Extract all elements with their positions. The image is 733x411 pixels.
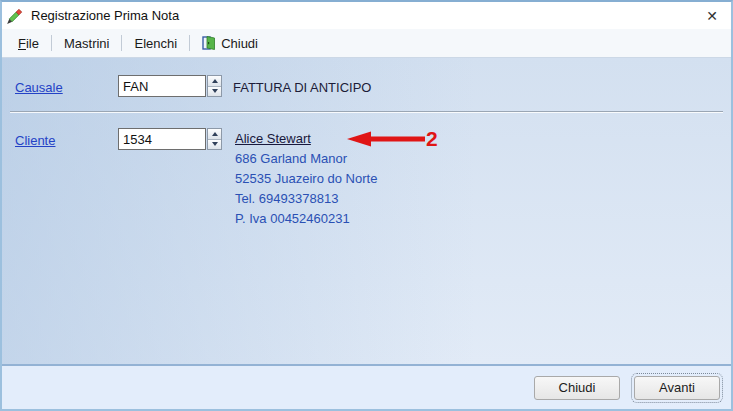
client-name-link[interactable]: Alice Stewart <box>235 131 311 146</box>
menu-item-elenchi[interactable]: Elenchi <box>124 32 187 55</box>
avanti-button[interactable]: Avanti <box>634 376 720 400</box>
chiudi-button[interactable]: Chiudi <box>534 376 620 400</box>
footer-bar: Chiudi Avanti <box>2 364 731 409</box>
cliente-input[interactable] <box>118 128 206 150</box>
spinner-up-button[interactable] <box>208 76 221 87</box>
client-city: 52535 Juazeiro do Norte <box>235 169 377 189</box>
main-content: Causale FATTURA DI ANTICIPO Cliente Alic… <box>2 58 731 364</box>
triangle-down-icon <box>212 142 218 146</box>
menubar: File Mastrini Elenchi Chiudi <box>2 29 731 58</box>
triangle-up-icon <box>212 132 218 136</box>
spinner-down-button[interactable] <box>208 140 221 150</box>
cliente-link[interactable]: Cliente <box>15 133 55 148</box>
annotation-step-number: 2 <box>426 128 438 149</box>
menu-item-mastrini[interactable]: Mastrini <box>54 32 120 55</box>
triangle-up-icon <box>212 79 218 83</box>
menu-file-accel: F <box>18 36 26 51</box>
menu-separator <box>121 35 122 51</box>
menu-item-file[interactable]: File <box>8 32 49 55</box>
client-address: 686 Garland Manor <box>235 149 377 169</box>
client-vat: P. Iva 00452460231 <box>235 209 377 229</box>
menu-separator <box>51 35 52 51</box>
triangle-down-icon <box>212 89 218 93</box>
menu-file-label: ile <box>26 36 39 51</box>
menu-chiudi-label: Chiudi <box>221 36 258 51</box>
causale-input[interactable] <box>118 75 206 97</box>
causale-description: FATTURA DI ANTICIPO <box>233 80 371 95</box>
menu-separator <box>189 35 190 51</box>
causale-spinner <box>207 75 222 97</box>
spinner-up-button[interactable] <box>208 129 221 140</box>
cliente-spinner <box>207 128 222 150</box>
spinner-down-button[interactable] <box>208 87 221 97</box>
menu-elenchi-label: Elenchi <box>134 36 177 51</box>
pencil-icon <box>6 7 24 25</box>
row-divider <box>10 111 723 113</box>
window-title: Registrazione Prima Nota <box>31 8 179 23</box>
door-icon <box>202 36 216 50</box>
menu-mastrini-label: Mastrini <box>64 36 110 51</box>
titlebar[interactable]: Registrazione Prima Nota ✕ <box>2 2 731 29</box>
close-icon[interactable]: ✕ <box>701 6 723 26</box>
causale-link[interactable]: Causale <box>15 80 63 95</box>
client-phone: Tel. 69493378813 <box>235 189 377 209</box>
annotation-arrow-icon <box>345 129 425 149</box>
menu-item-chiudi[interactable]: Chiudi <box>192 32 268 55</box>
dialog-window: Registrazione Prima Nota ✕ File Mastrini… <box>0 0 733 411</box>
